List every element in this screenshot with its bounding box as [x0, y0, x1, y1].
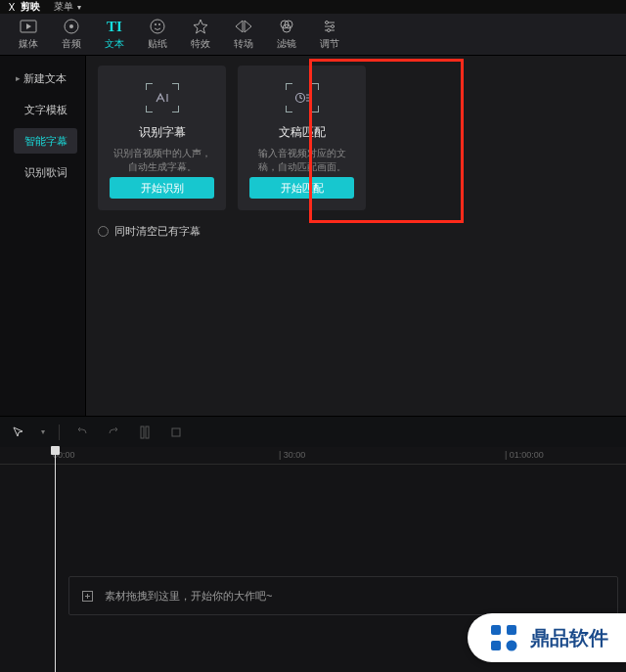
transition-icon	[235, 18, 252, 35]
content-panel: 识别字幕 识别音视频中的人声，自动生成字幕。 开始识别 文稿匹配 输入音视频对应…	[86, 56, 626, 416]
media-icon	[20, 18, 37, 35]
watermark-logo-icon	[487, 621, 520, 654]
svg-point-10	[332, 25, 335, 28]
menubar: 剪映 菜单 ▾	[0, 0, 626, 14]
crop-button[interactable]	[167, 424, 185, 441]
split-button[interactable]	[136, 424, 154, 441]
sidebar-item-new-text[interactable]: 新建文本	[14, 66, 77, 91]
empty-track[interactable]: 素材拖拽到这里，开始你的大作吧~	[68, 576, 618, 615]
svg-point-20	[507, 641, 517, 651]
svg-rect-17	[491, 625, 501, 635]
tab-audio[interactable]: 音频	[53, 18, 90, 51]
tab-adjust[interactable]: 调节	[311, 18, 348, 51]
playhead[interactable]	[55, 447, 56, 672]
chevron-down-icon[interactable]: ▾	[41, 427, 45, 436]
card-desc: 输入音视频对应的文稿，自动匹配画面。	[249, 147, 354, 174]
svg-rect-14	[146, 426, 149, 438]
tab-filter[interactable]: 滤镜	[268, 18, 305, 51]
svg-point-5	[158, 23, 160, 25]
chevron-down-icon: ▾	[77, 3, 81, 12]
scissors-icon	[6, 1, 18, 13]
ruler-mark: | 30:00	[279, 450, 305, 460]
start-recognize-button[interactable]: 开始识别	[110, 177, 214, 199]
card-title: 文稿匹配	[279, 124, 326, 141]
svg-point-9	[326, 22, 329, 24]
tab-text[interactable]: TI 文本	[96, 18, 133, 51]
tab-sticker[interactable]: 贴纸	[139, 18, 176, 51]
script-match-icon	[286, 83, 319, 112]
card-recognize-subtitle: 识别字幕 识别音视频中的人声，自动生成字幕。 开始识别	[98, 66, 226, 210]
svg-rect-15	[172, 428, 180, 436]
effect-icon	[193, 18, 208, 35]
undo-button[interactable]	[73, 424, 91, 441]
sidebar-item-smart-subtitle[interactable]: 智能字幕	[14, 128, 77, 154]
tab-effect[interactable]: 特效	[182, 18, 219, 51]
add-media-icon	[81, 590, 93, 602]
tab-transition[interactable]: 转场	[225, 18, 262, 51]
tab-media[interactable]: 媒体	[10, 18, 47, 51]
app-logo: 剪映	[6, 0, 40, 14]
svg-point-4	[155, 23, 156, 25]
adjust-icon	[322, 18, 337, 35]
menu-dropdown[interactable]: 菜单 ▾	[54, 0, 81, 14]
watermark-text: 鼎品软件	[530, 625, 608, 651]
text-icon: TI	[107, 18, 122, 35]
timeline-toolbar: ▾	[0, 416, 626, 447]
redo-button[interactable]	[105, 424, 122, 441]
subtitle-scan-icon	[146, 83, 179, 112]
start-match-button[interactable]: 开始匹配	[249, 177, 354, 199]
top-tabs: 媒体 音频 TI 文本 贴纸 特效 转场 滤镜 调节	[0, 14, 626, 56]
app-name: 剪映	[21, 0, 40, 14]
audio-icon	[64, 18, 79, 35]
sidebar-item-text-template[interactable]: 文字模板	[14, 97, 77, 122]
card-desc: 识别音视频中的人声，自动生成字幕。	[110, 147, 214, 174]
sticker-icon	[150, 18, 165, 35]
sidebar: 新建文本 文字模板 智能字幕 识别歌词	[0, 56, 86, 416]
sidebar-item-recognize-lyric[interactable]: 识别歌词	[14, 159, 77, 185]
radio-icon	[98, 226, 109, 237]
watermark: 鼎品软件	[468, 613, 626, 662]
svg-point-11	[328, 29, 331, 32]
filter-icon	[279, 18, 294, 35]
svg-point-3	[151, 20, 164, 33]
ruler-mark: | 01:00:00	[505, 450, 544, 460]
svg-rect-13	[141, 426, 144, 438]
svg-rect-19	[491, 641, 501, 650]
clear-subtitle-checkbox[interactable]: 同时清空已有字幕	[98, 224, 614, 239]
track-hint: 素材拖拽到这里，开始你的大作吧~	[105, 589, 272, 604]
svg-point-2	[69, 24, 73, 28]
svg-rect-18	[507, 625, 516, 635]
card-script-match: 文稿匹配 输入音视频对应的文稿，自动匹配画面。 开始匹配	[238, 66, 366, 210]
card-title: 识别字幕	[139, 124, 186, 141]
pointer-tool-button[interactable]	[10, 424, 27, 441]
timeline-ruler[interactable]: 00:00 | 30:00 | 01:00:00	[0, 447, 626, 465]
